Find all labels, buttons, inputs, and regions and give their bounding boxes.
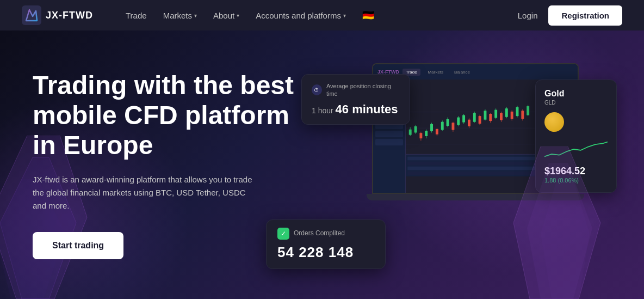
- svg-rect-26: [451, 123, 454, 130]
- svg-rect-36: [479, 116, 481, 124]
- svg-rect-44: [500, 113, 503, 120]
- orders-header: ✓ Orders Complited: [277, 228, 374, 240]
- logo-text: JX-FTWD: [46, 10, 93, 21]
- gold-coin-icon: [544, 112, 564, 132]
- sidebar-item-8: [375, 139, 403, 145]
- card-orders: ✓ Orders Complited 54 228 148: [266, 219, 386, 269]
- nav-trade[interactable]: Trade: [126, 11, 147, 20]
- svg-rect-10: [409, 130, 412, 135]
- chart-tabs: Trade Markets Balance: [403, 69, 473, 76]
- markets-chevron: ▾: [194, 13, 197, 19]
- svg-rect-14: [419, 133, 422, 138]
- card-avg-time: ⏱ Average position closing time 1 hour 4…: [301, 74, 410, 125]
- about-chevron: ▾: [237, 13, 239, 19]
- svg-rect-54: [527, 106, 529, 115]
- svg-rect-52: [521, 111, 524, 119]
- nav-about[interactable]: About ▾: [213, 11, 239, 20]
- svg-rect-28: [457, 118, 460, 125]
- svg-rect-30: [462, 115, 465, 122]
- svg-rect-22: [441, 122, 444, 130]
- svg-rect-42: [494, 110, 497, 118]
- avg-minutes: 46 minutes: [336, 102, 398, 116]
- nav-markets[interactable]: Markets ▾: [163, 11, 197, 20]
- accounts-chevron: ▾: [343, 13, 346, 19]
- gold-title: Gold: [544, 89, 608, 99]
- svg-rect-50: [516, 107, 519, 116]
- svg-rect-16: [425, 131, 428, 136]
- orders-label: Orders Complited: [294, 229, 345, 238]
- svg-rect-40: [489, 114, 492, 121]
- start-trading-button[interactable]: Start trading: [33, 232, 123, 259]
- crystal-right-decoration: [513, 147, 611, 299]
- nav-accounts[interactable]: Accounts and platforms ▾: [256, 11, 346, 20]
- gold-subtitle: GLD: [544, 100, 608, 106]
- svg-rect-20: [436, 129, 438, 135]
- hero-section: Trading with the best mobile CFD platfor…: [0, 30, 644, 299]
- svg-rect-46: [505, 108, 508, 117]
- nav-links: Trade Markets ▾ About ▾ Accounts and pla…: [126, 9, 518, 21]
- card-avg-label: Average position closing time: [326, 82, 400, 98]
- svg-rect-32: [468, 120, 470, 126]
- clock-icon: ⏱: [312, 84, 322, 95]
- chart-tab-balance[interactable]: Balance: [451, 69, 473, 76]
- hero-visual: JX-FTWD Trade Markets Balance: [315, 30, 611, 299]
- svg-rect-48: [511, 112, 513, 119]
- card-avg-value: 1 hour 46 minutes: [312, 102, 400, 117]
- register-button[interactable]: Registration: [548, 5, 622, 26]
- logo[interactable]: JX-FTWD: [22, 5, 93, 25]
- chart-tab-markets[interactable]: Markets: [425, 69, 447, 76]
- avg-hours: 1 hour: [312, 106, 336, 115]
- svg-rect-38: [484, 111, 487, 119]
- hero-subtitle: JX-ftwd is an award-winning platform tha…: [33, 173, 261, 212]
- svg-rect-12: [414, 126, 417, 132]
- orders-number: 54 228 148: [277, 244, 374, 261]
- svg-rect-18: [430, 124, 433, 131]
- hero-title: Trading with the best mobile CFD platfor…: [33, 70, 315, 161]
- svg-rect-34: [473, 113, 476, 121]
- navbar: JX-FTWD Trade Markets ▾ About ▾ Accounts…: [0, 0, 644, 30]
- check-icon: ✓: [277, 228, 289, 240]
- nav-actions: Login Registration: [518, 5, 622, 26]
- card-avg-header: ⏱ Average position closing time: [312, 82, 400, 98]
- flag-icon: 🇩🇪: [362, 9, 374, 21]
- login-button[interactable]: Login: [518, 11, 538, 20]
- svg-rect-24: [447, 119, 449, 126]
- sidebar-item-7: [375, 131, 403, 137]
- logo-icon: [22, 5, 41, 25]
